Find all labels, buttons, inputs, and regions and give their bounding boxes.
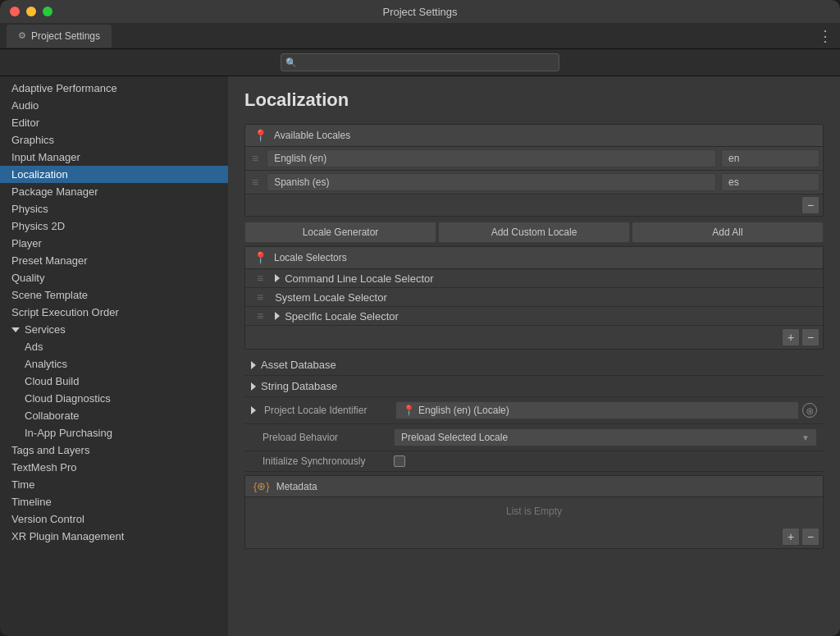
sidebar-item-label: Input Manager (11, 151, 80, 163)
pin-icon-2: 📍 (253, 251, 267, 264)
main-layout: Adaptive PerformanceAudioEditorGraphicsI… (0, 76, 840, 636)
sidebar-item-editor[interactable]: Editor (0, 114, 228, 131)
locale-code-english[interactable] (721, 149, 819, 167)
sidebar-item-label: Cloud Build (25, 375, 80, 387)
sidebar-item-label: Adaptive Performance (11, 82, 117, 94)
tab-label: Project Settings (31, 30, 100, 42)
preload-behavior-value-wrap: Preload Selected Locale ▼ (394, 428, 817, 446)
add-all-button[interactable]: Add All (632, 222, 824, 243)
project-locale-target-icon[interactable]: ◎ (802, 403, 817, 418)
tab-bar: ⚙ Project Settings ⋮ (0, 23, 840, 49)
remove-metadata-button[interactable]: − (801, 528, 819, 546)
project-locale-field[interactable]: 📍 English (en) (Locale) (395, 401, 799, 419)
sidebar-item-script-execution-order[interactable]: Script Execution Order (0, 304, 228, 321)
locale-name-english[interactable] (267, 149, 716, 167)
preload-behavior-dropdown[interactable]: Preload Selected Locale ▼ (394, 428, 817, 446)
locale-name-spanish[interactable] (267, 173, 716, 191)
sidebar-item-label: Graphics (11, 134, 54, 146)
sidebar-item-input-manager[interactable]: Input Manager (0, 149, 228, 166)
more-button[interactable]: ⋮ (818, 27, 833, 45)
pin-small-icon: 📍 (403, 405, 415, 416)
specific-locale-label: Specific Locale Selector (285, 310, 399, 323)
locale-generator-button[interactable]: Locale Generator (244, 222, 436, 243)
sidebar-item-graphics[interactable]: Graphics (0, 131, 228, 149)
sidebar-item-label: Localization (11, 168, 68, 181)
drag-handle-spec[interactable]: ≡ (250, 309, 270, 323)
sidebar-item-player[interactable]: Player (0, 235, 228, 252)
sidebar-item-services[interactable]: Services (0, 321, 228, 338)
sidebar-item-quality[interactable]: Quality (0, 269, 228, 286)
sidebar-item-physics[interactable]: Physics (0, 200, 228, 217)
sidebar-item-collaborate[interactable]: Collaborate (0, 407, 228, 424)
sidebar-item-label: Editor (11, 117, 39, 129)
sidebar-item-adaptive-performance[interactable]: Adaptive Performance (0, 80, 228, 97)
tab-project-settings[interactable]: ⚙ Project Settings (7, 25, 112, 48)
sidebar-item-label: Version Control (11, 513, 84, 525)
expand-string-db-icon[interactable] (251, 382, 256, 391)
metadata-section: {⊕} Metadata List is Empty + − (244, 475, 824, 549)
add-custom-locale-button[interactable]: Add Custom Locale (438, 222, 630, 243)
services-expand-icon (11, 327, 20, 332)
sidebar-item-label: XR Plugin Management (11, 530, 124, 542)
sidebar-item-tags-and-layers[interactable]: Tags and Layers (0, 442, 228, 459)
sidebar-item-localization[interactable]: Localization (0, 166, 228, 183)
gear-icon: ⚙ (18, 30, 26, 41)
maximize-button[interactable] (43, 7, 52, 16)
sidebar-item-label: In-App Purchasing (25, 427, 112, 439)
title-bar: Project Settings (0, 0, 840, 23)
sidebar-item-analytics[interactable]: Analytics (0, 355, 228, 373)
sidebar-item-label: Physics (11, 203, 48, 215)
sidebar-item-time[interactable]: Time (0, 476, 228, 493)
sidebar-item-label: Services (25, 323, 66, 336)
sidebar-item-timeline[interactable]: Timeline (0, 493, 228, 510)
asset-database-row[interactable]: Asset Database (244, 355, 824, 376)
expand-command-line-icon[interactable] (275, 274, 280, 282)
sidebar-item-cloud-build[interactable]: Cloud Build (0, 373, 228, 390)
close-button[interactable] (10, 7, 20, 16)
drag-handle-spanish[interactable]: ≡ (245, 176, 265, 189)
project-locale-label: Project Locale Identifier (264, 405, 387, 416)
add-metadata-button[interactable]: + (782, 528, 800, 546)
search-icon: 🔍 (285, 57, 297, 68)
expand-specific-icon[interactable] (275, 312, 280, 320)
available-locales-header: 📍 Available Locales (245, 125, 823, 147)
initialize-sync-row: Initialize Synchronously (244, 451, 824, 472)
sidebar-item-package-manager[interactable]: Package Manager (0, 183, 228, 200)
locale-selectors-header: 📍 Locale Selectors (245, 247, 823, 269)
expand-asset-db-icon[interactable] (251, 361, 256, 369)
sidebar-item-physics-2d[interactable]: Physics 2D (0, 217, 228, 235)
remove-locale-button[interactable]: − (801, 196, 819, 214)
sidebar-item-preset-manager[interactable]: Preset Manager (0, 252, 228, 269)
remove-selector-button[interactable]: − (801, 328, 819, 346)
sidebar-item-ads[interactable]: Ads (0, 338, 228, 355)
search-input[interactable] (281, 53, 559, 71)
sidebar-item-cloud-diagnostics[interactable]: Cloud Diagnostics (0, 390, 228, 407)
sidebar-item-in-app-purchasing[interactable]: In-App Purchasing (0, 424, 228, 442)
locale-selectors-section: 📍 Locale Selectors ≡ Command Line Locale… (244, 246, 824, 350)
project-locale-value-wrap: 📍 English (en) (Locale) ◎ (395, 401, 817, 419)
drag-handle-cl[interactable]: ≡ (250, 272, 270, 285)
sidebar-item-xr-plugin-management[interactable]: XR Plugin Management (0, 528, 228, 545)
command-line-label: Command Line Locale Selector (285, 272, 433, 285)
locale-selectors-label: Locale Selectors (274, 252, 347, 263)
initialize-sync-checkbox[interactable] (394, 455, 405, 467)
selector-plus-minus: + − (245, 326, 823, 349)
minimize-button[interactable] (26, 7, 36, 16)
drag-handle-english[interactable]: ≡ (245, 152, 265, 165)
window-title: Project Settings (382, 6, 457, 18)
sidebar-item-scene-template[interactable]: Scene Template (0, 286, 228, 304)
sidebar-item-audio[interactable]: Audio (0, 97, 228, 114)
sidebar-item-version-control[interactable]: Version Control (0, 510, 228, 528)
add-selector-button[interactable]: + (782, 328, 800, 346)
project-locale-value: English (en) (Locale) (418, 405, 509, 416)
locale-code-spanish[interactable] (721, 173, 819, 191)
content-area: Localization 📍 Available Locales ≡ ≡ − (228, 76, 840, 636)
search-bar: 🔍 (0, 49, 840, 76)
expand-project-locale-icon[interactable] (251, 406, 256, 414)
preload-behavior-row: Preload Behavior Preload Selected Locale… (244, 424, 824, 451)
preload-behavior-value: Preload Selected Locale (401, 432, 508, 443)
string-database-row[interactable]: String Database (244, 376, 824, 397)
sidebar-item-textmesh-pro[interactable]: TextMesh Pro (0, 459, 228, 476)
sidebar-item-label: Package Manager (11, 185, 98, 198)
drag-handle-sys[interactable]: ≡ (250, 291, 270, 304)
